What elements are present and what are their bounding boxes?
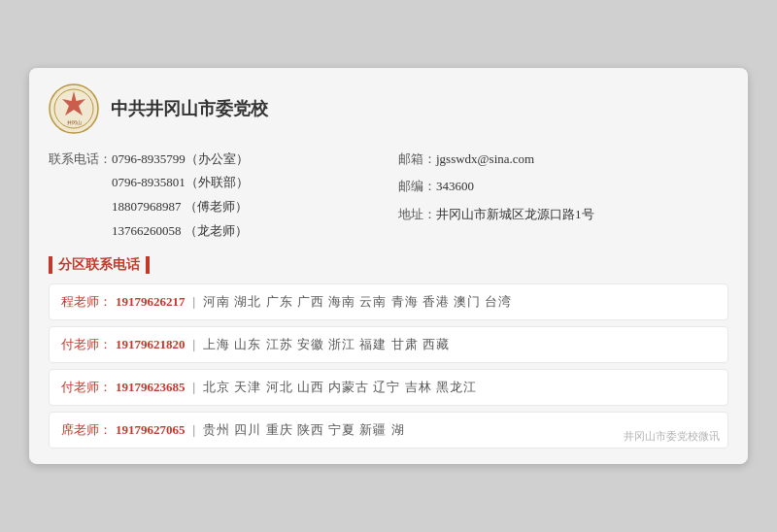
regions-1: 河南 湖北 广东 广西 海南 云南 青海 香港 澳门 台湾 — [203, 293, 512, 311]
header: 井冈山 中共井冈山市委党校 — [49, 83, 728, 134]
regions-2: 上海 山东 江苏 安徽 浙江 福建 甘肃 西藏 — [203, 336, 450, 353]
teacher-name-1: 程老师： — [61, 293, 112, 311]
pipe-1: | — [193, 294, 196, 310]
address-row: 地址： 井冈山市新城区龙源口路1号 — [398, 203, 728, 227]
teacher-phone-3: 19179623685 — [116, 380, 186, 395]
phone-row-4: 联系电话： 13766260058 （龙老师） — [49, 219, 379, 244]
postal-value: 343600 — [436, 175, 474, 199]
postal-label: 邮编： — [398, 175, 436, 199]
divider-bar-left — [49, 256, 52, 274]
phone-4: 13766260058 （龙老师） — [112, 219, 248, 244]
address-value: 井冈山市新城区龙源口路1号 — [436, 203, 594, 227]
pipe-2: | — [193, 337, 196, 352]
teacher-phone-1: 19179626217 — [116, 294, 186, 310]
phone-3: 18807968987 （傅老师） — [112, 195, 248, 219]
teacher-name-4: 席老师： — [61, 421, 112, 439]
region-item-4: 席老师： 19179627065 | 贵州 四川 重庆 陕西 宁夏 新疆 湖 井… — [49, 412, 728, 449]
contact-right: 邮箱： jgsswdx@sina.com 邮编： 343600 地址： 井冈山市… — [398, 148, 728, 244]
phone-label: 联系电话： — [49, 148, 112, 172]
region-item-3: 付老师： 19179623685 | 北京 天津 河北 山西 内蒙古 辽宁 吉林… — [49, 369, 728, 406]
address-label: 地址： — [398, 203, 436, 227]
org-logo: 井冈山 — [49, 83, 99, 134]
phone-2: 0796-8935801（外联部） — [112, 171, 249, 195]
contact-left: 联系电话： 0796-8935799（办公室） 联系电话： 0796-89358… — [49, 148, 379, 244]
teacher-phone-2: 19179621820 — [116, 337, 186, 352]
divider-bar-right — [146, 256, 150, 274]
phone-row-1: 联系电话： 0796-8935799（办公室） — [49, 148, 379, 172]
org-name: 中共井冈山市委党校 — [111, 97, 268, 120]
contact-grid: 联系电话： 0796-8935799（办公室） 联系电话： 0796-89358… — [49, 148, 728, 244]
teacher-name-3: 付老师： — [61, 379, 112, 396]
email-value: jgsswdx@sina.com — [436, 148, 534, 172]
phone-row-3: 联系电话： 18807968987 （傅老师） — [49, 195, 379, 219]
teacher-phone-4: 19179627065 — [116, 422, 186, 438]
section-divider: 分区联系电话 — [49, 256, 728, 274]
region-item-2: 付老师： 19179621820 | 上海 山东 江苏 安徽 浙江 福建 甘肃 … — [49, 326, 728, 363]
region-item-1: 程老师： 19179626217 | 河南 湖北 广东 广西 海南 云南 青海 … — [49, 283, 728, 320]
phone-row-2: 联系电话： 0796-8935801（外联部） — [49, 171, 379, 195]
pipe-4: | — [193, 422, 196, 438]
teacher-name-2: 付老师： — [61, 336, 112, 353]
watermark: 井冈山市委党校微讯 — [624, 429, 720, 444]
phone-1: 0796-8935799（办公室） — [112, 148, 249, 172]
regions-3: 北京 天津 河北 山西 内蒙古 辽宁 吉林 黑龙江 — [203, 379, 477, 396]
regions-4: 贵州 四川 重庆 陕西 宁夏 新疆 湖 — [203, 421, 405, 439]
postal-row: 邮编： 343600 — [398, 175, 728, 199]
section-title: 分区联系电话 — [58, 256, 140, 274]
region-list: 程老师： 19179626217 | 河南 湖北 广东 广西 海南 云南 青海 … — [49, 283, 728, 449]
svg-text:井冈山: 井冈山 — [67, 119, 82, 125]
pipe-3: | — [193, 380, 196, 395]
email-label: 邮箱： — [398, 148, 436, 172]
email-row: 邮箱： jgsswdx@sina.com — [398, 148, 728, 172]
main-card: 井冈山 中共井冈山市委党校 联系电话： 0796-8935799（办公室） 联系… — [29, 68, 748, 465]
